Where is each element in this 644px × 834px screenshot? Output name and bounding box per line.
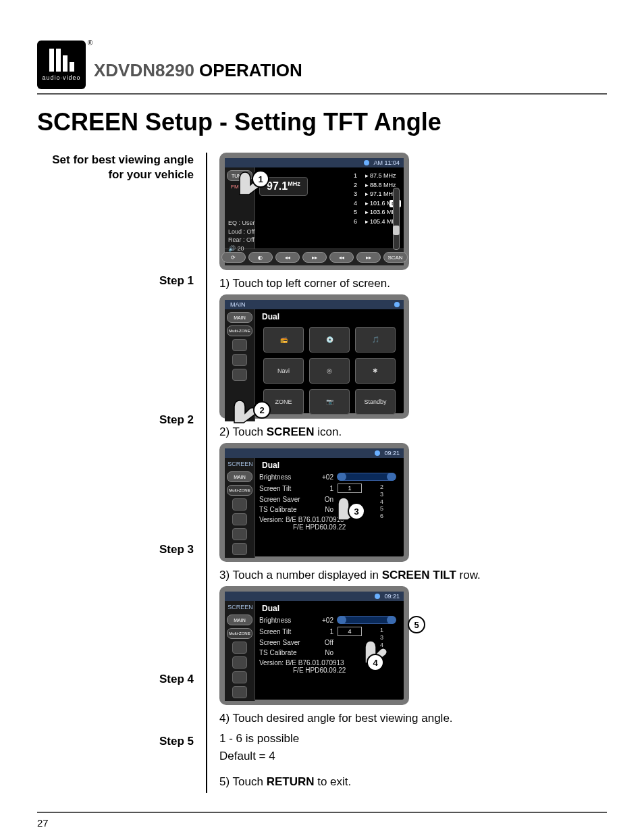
screen-mode-label: SCREEN	[225, 604, 255, 610]
body-column: AM 11:04 TUNER FM ST 97.1MHz	[206, 153, 607, 793]
brightness-row[interactable]: Brightness +02	[259, 615, 400, 625]
bluetooth-icon	[375, 594, 380, 599]
bluetooth-grid-icon[interactable]: ✱	[355, 358, 396, 384]
aux-icon[interactable]: ◎	[309, 358, 350, 384]
side-main-button[interactable]: MAIN	[227, 615, 252, 625]
side-icon[interactable]	[232, 656, 247, 669]
screen-tilt-row[interactable]: Screen Tilt 1 1	[259, 482, 400, 494]
screen-tilt-row[interactable]: Screen Tilt 1 4	[259, 625, 400, 637]
standby-icon[interactable]: Standby	[355, 389, 396, 415]
instruction-1: 1) Touch top left corner of screen.	[219, 277, 607, 290]
content: Set for best viewing angle for your vehi…	[37, 153, 607, 793]
brightness-row[interactable]: Brightness +02	[259, 471, 400, 482]
ipod-icon[interactable]: 🎵	[355, 327, 396, 353]
btn-seek-prev[interactable]: ◂◂	[275, 252, 300, 263]
screen-saver-row[interactable]: Screen Saver On	[259, 494, 400, 504]
clock: 09:21	[384, 450, 400, 457]
st-indicator: ST	[242, 184, 248, 190]
side-multizone-button[interactable]: Multi-ZONE	[227, 485, 252, 496]
side-return-icon[interactable]	[232, 686, 247, 698]
screenshot-tuner: AM 11:04 TUNER FM ST 97.1MHz	[219, 153, 409, 270]
bluetooth-icon	[375, 450, 380, 456]
screenshot-screen-settings-2: 09:21 SCREEN MAIN Multi-ZONE Dual	[219, 586, 409, 705]
brightness-slider[interactable]	[338, 473, 396, 481]
tilt-value-box[interactable]: 4	[338, 627, 362, 636]
side-icon[interactable]	[232, 528, 247, 540]
page-number: 27	[37, 817, 607, 829]
tune-slider[interactable]	[393, 188, 400, 250]
steps-column: Set for best viewing angle for your vehi…	[37, 153, 206, 793]
menu-title: MAIN	[230, 301, 246, 308]
registered-mark: ®	[88, 39, 92, 47]
callout-4: 4	[367, 654, 384, 671]
eq-block: EQ : User Loud : Off Rear : Off 🔊 20	[228, 219, 255, 253]
dual-bars-icon	[49, 49, 74, 72]
brand-subline: audio·video	[42, 74, 80, 81]
btn-scan[interactable]: SCAN	[383, 252, 408, 263]
screen-saver-row[interactable]: Screen Saver Off	[259, 637, 400, 648]
btn-mode-icon[interactable]: ⟳	[221, 252, 246, 263]
page-header: ® audio·video XDVDN8290 OPERATION	[37, 41, 607, 89]
manual-page: ® audio·video XDVDN8290 OPERATION SCREEN…	[0, 0, 644, 834]
side-main-button[interactable]: MAIN	[227, 312, 252, 323]
side-icon[interactable]	[232, 671, 247, 683]
instruction-2: 2) Touch SCREEN icon.	[219, 425, 607, 439]
tuner-source-label[interactable]: TUNER	[227, 170, 252, 181]
disc-icon[interactable]: 💿	[309, 327, 350, 353]
callout-3: 3	[348, 502, 365, 520]
navi-icon[interactable]: Navi	[263, 358, 304, 384]
side-main-button[interactable]: MAIN	[227, 471, 252, 482]
instruction-3: 3) Touch a number displayed in SCREEN TI…	[219, 569, 607, 582]
brand-logo: ® audio·video	[37, 41, 86, 89]
side-icon[interactable]	[232, 354, 247, 366]
page-title: SCREEN Setup - Setting TFT Angle	[37, 108, 607, 136]
btn-tune-right[interactable]: ▸▸	[356, 252, 381, 263]
section-title: XDVDN8290 OPERATION	[94, 60, 302, 89]
screenshot-main-menu: MAIN MAIN Multi-ZONE Dual 📻	[219, 294, 409, 419]
btn-globe-icon[interactable]: ◐	[248, 252, 273, 263]
bluetooth-icon	[394, 302, 400, 307]
fm-indicator: FM	[231, 184, 239, 190]
side-icon[interactable]	[232, 642, 247, 654]
brand-label: Dual	[262, 461, 400, 470]
step-5-label: Step 5	[37, 735, 194, 748]
brand-label: Dual	[262, 312, 400, 321]
btn-seek-next[interactable]: ▸▸	[302, 252, 327, 263]
screen-mode-label: SCREEN	[225, 461, 255, 467]
step-2-label: Step 2	[37, 413, 194, 427]
instruction-4-note2: Default = 4	[219, 750, 607, 763]
screenshot-screen-settings-1: 09:21 SCREEN MAIN Multi-ZONE Dual	[219, 443, 409, 562]
bluetooth-icon	[364, 160, 369, 165]
tilt-value-box[interactable]: 1	[338, 484, 362, 493]
header-rule	[37, 93, 607, 95]
instruction-5: 5) Touch RETURN to exit.	[219, 775, 607, 789]
icon-grid: 📻 💿 🎵 Navi ◎ ✱ ZONE 📷 Standby	[259, 323, 400, 419]
side-icon[interactable]	[232, 369, 247, 381]
side-icon[interactable]	[232, 513, 247, 525]
intro-text: Set for best viewing angle for your vehi…	[37, 153, 194, 182]
clock: 09:21	[384, 593, 400, 600]
step-4-label: Step 4	[37, 673, 194, 686]
callout-5: 5	[408, 616, 425, 633]
footer-rule	[37, 812, 607, 813]
step-3-label: Step 3	[37, 543, 194, 556]
side-icon[interactable]	[232, 339, 247, 351]
version-row: Version: B/E B76.01.070913 F/E HPD60.09.…	[259, 515, 400, 532]
side-icon[interactable]	[232, 498, 247, 511]
tuner-icon[interactable]: 📻	[263, 327, 304, 353]
btn-tune-left[interactable]: ◂◂	[329, 252, 354, 263]
instruction-4-note1: 1 - 6 is possible	[219, 732, 607, 746]
model-number: XDVDN8290	[94, 60, 194, 80]
camera-icon[interactable]: 📷	[309, 389, 350, 415]
instruction-4: 4) Touch desired angle for best viewing …	[219, 712, 607, 725]
tilt-options-list[interactable]: 2 3 4 5 6	[380, 484, 383, 520]
side-multizone-button[interactable]: Multi-ZONE	[227, 628, 252, 639]
side-multizone-button[interactable]: Multi-ZONE	[227, 325, 252, 336]
clock: AM 11:04	[373, 159, 400, 166]
side-return-icon[interactable]	[232, 543, 247, 555]
step-1-label: Step 1	[37, 274, 194, 288]
ts-calibrate-row[interactable]: TS Calibrate No	[259, 504, 400, 515]
brightness-slider[interactable]	[338, 616, 396, 624]
brand-label: Dual	[262, 604, 400, 613]
operation-word: OPERATION	[199, 60, 302, 80]
